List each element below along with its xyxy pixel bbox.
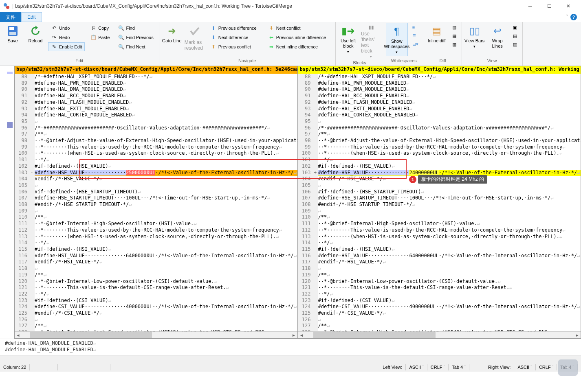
code-line[interactable]: 116#define·HSI_VALUE··············640000…: [15, 253, 297, 259]
code-line[interactable]: 107#define·HSE_STARTUP_TIMEOUT····100UL·…: [298, 195, 581, 201]
code-line[interactable]: 100··*········(when·HSE·is·used·as·syste…: [298, 150, 581, 157]
next-conflict-button[interactable]: ⬇Next conflict: [265, 24, 333, 33]
undo-button[interactable]: ↶Undo: [48, 24, 85, 33]
enable-edit-button[interactable]: ✎Enable Edit: [48, 42, 85, 51]
inline-diff-button[interactable]: ▤Inline diff: [426, 23, 448, 45]
code-line[interactable]: 119/**↵: [298, 272, 581, 278]
view-bars-button[interactable]: ▯▯View Bars▾: [464, 23, 486, 50]
code-line[interactable]: 128··*·@brief·Internal·High·Speed·oscill…: [15, 329, 297, 331]
prev-diff-button[interactable]: ⬆Previous difference: [207, 24, 263, 33]
code-line[interactable]: 108#endif·/*·HSE_STARTUP_TIMEOUT·*/↵: [298, 201, 581, 208]
code-line[interactable]: 94#define·HAL_CORTEX_MODULE_ENABLED↵: [298, 112, 581, 118]
code-line[interactable]: 104#endif·/*·HSE_VALUE·*/↵: [15, 176, 297, 182]
wrap-lines-button[interactable]: ↩Wrap Lines: [486, 23, 508, 50]
use-theirs-button[interactable]: ▮▮Use 'theirs' text block▾: [360, 23, 382, 60]
find-button[interactable]: 🔍Find: [115, 24, 156, 33]
left-tab[interactable]: Tab 4 ˇ: [452, 365, 466, 370]
code-line[interactable]: 95↵: [298, 118, 581, 125]
left-encoding[interactable]: ASCII ˇ: [409, 365, 423, 370]
code-line[interactable]: 122··*/↵: [15, 291, 297, 298]
save-button[interactable]: Save: [2, 23, 24, 45]
code-line[interactable]: 92#define·HAL_FLASH_MODULE_ENABLED↵: [298, 99, 581, 106]
right-scrollbar[interactable]: ◄►: [298, 331, 581, 338]
code-line[interactable]: 114··*/↵: [298, 240, 581, 246]
code-line[interactable]: 102#if·!defined··(HSE_VALUE)↵: [15, 163, 297, 170]
code-line[interactable]: 128··*·@brief·Internal·High·Speed·oscill…: [298, 329, 581, 331]
code-line[interactable]: 110/**↵: [298, 214, 581, 221]
code-line[interactable]: 124#define·CSI_VALUE··············400000…: [298, 304, 581, 310]
goto-line-button[interactable]: ➜Goto Line: [161, 23, 183, 45]
code-line[interactable]: 100··*········(when·HSE·is·used·as·syste…: [15, 150, 297, 157]
code-line[interactable]: 122··*/↵: [298, 291, 581, 298]
code-line[interactable]: 127/**↵: [298, 323, 581, 329]
code-line[interactable]: 88/*·#define·HAL_XSPI_MODULE_ENABLED···*…: [298, 74, 581, 80]
code-line[interactable]: 117#endif·/*·HSI_VALUE·*/↵: [298, 259, 581, 265]
code-line[interactable]: 121··*········This·value·is·the·default·…: [15, 285, 297, 291]
code-line[interactable]: 123#if·!defined··(CSI_VALUE)↵: [15, 298, 297, 304]
find-previous-button[interactable]: 🔍Find Previous: [115, 33, 156, 42]
code-line[interactable]: 96/*·########################·Oscillator…: [298, 125, 581, 131]
next-inline-button[interactable]: ➡Next inline difference: [265, 42, 333, 51]
prev-conflict-button[interactable]: ⬆Previous conflict: [207, 42, 263, 51]
code-line[interactable]: 113··*········(when·HSI·is·used·as·syste…: [15, 234, 297, 240]
chat-bubble-icon[interactable]: [558, 359, 578, 376]
left-eol[interactable]: CRLF ˇ: [431, 365, 445, 370]
code-line[interactable]: 107#define·HSE_STARTUP_TIMEOUT····100UL·…: [15, 195, 297, 201]
code-line[interactable]: 117#endif·/*·HSI_VALUE·*/↵: [15, 259, 297, 265]
locator-bar[interactable]: [0, 66, 14, 339]
code-line[interactable]: 91#define·HAL_RCC_MODULE_ENABLED↵: [15, 93, 297, 99]
left-code[interactable]: 88/*·#define·HAL_XSPI_MODULE_ENABLED···*…: [15, 74, 297, 331]
code-line[interactable]: 90#define·HAL_DMA_MODULE_ENABLED↵: [15, 86, 297, 93]
view-opt3-icon[interactable]: ▥: [510, 41, 520, 48]
code-line[interactable]: 126↵: [15, 317, 297, 323]
view-opt1-icon[interactable]: ▣: [510, 24, 520, 31]
code-line[interactable]: 88/*·#define·HAL_XSPI_MODULE_ENABLED···*…: [15, 74, 297, 80]
code-line[interactable]: 101··*/↵: [15, 157, 297, 163]
code-line[interactable]: 113··*········(when·HSI·is·used·as·syste…: [298, 234, 581, 240]
next-diff-button[interactable]: ⬇Next difference: [207, 33, 263, 42]
copy-button[interactable]: ⎘Copy: [87, 24, 112, 33]
code-line[interactable]: 114··*/↵: [15, 240, 297, 246]
code-line[interactable]: 115#if·!defined··(HSI_VALUE)↵: [298, 246, 581, 253]
code-line[interactable]: 98··*·@brief·Adjust·the·value·of·Externa…: [298, 138, 581, 144]
right-encoding[interactable]: ASCII ˇ: [517, 365, 532, 370]
code-line[interactable]: 103-#define·HSE_VALUE··············25000…: [15, 170, 297, 176]
code-line[interactable]: 90#define·HAL_DMA_MODULE_ENABLED↵: [298, 86, 581, 93]
view-opt2-icon[interactable]: ▤: [510, 32, 520, 40]
left-scrollbar[interactable]: ◄►: [15, 331, 297, 338]
code-line[interactable]: 111··*·@brief·Internal·High·Speed·oscill…: [15, 221, 297, 227]
use-left-block-button[interactable]: ▮➜Use left block▾: [337, 23, 359, 55]
minimize-button[interactable]: ─: [521, 0, 539, 12]
ws-opt2-icon[interactable]: ≣: [409, 32, 421, 39]
close-button[interactable]: ✕: [559, 0, 578, 12]
mark-resolved-button[interactable]: Mark as resolved: [184, 23, 206, 53]
right-code[interactable]: 88/*·#define·HAL_XSPI_MODULE_ENABLED···*…: [298, 74, 581, 331]
code-line[interactable]: 124#define·CSI_VALUE··············400000…: [15, 304, 297, 310]
code-line[interactable]: 110/**↵: [15, 214, 297, 221]
code-line[interactable]: 119/**↵: [15, 272, 297, 278]
code-line[interactable]: 93#define·HAL_EXTI_MODULE_ENABLED↵: [15, 106, 297, 112]
diff-opt3-icon[interactable]: ▧: [449, 41, 459, 48]
reload-button[interactable]: Reload: [24, 23, 46, 45]
code-line[interactable]: 93#define·HAL_EXTI_MODULE_ENABLED↵: [298, 106, 581, 112]
code-line[interactable]: 112··*········This·value·is·used·by·the·…: [15, 227, 297, 234]
code-line[interactable]: 125#endif·/*·CSI_VALUE·*/↵: [298, 310, 581, 317]
show-whitespaces-button[interactable]: ¶Show Whitespaces▾: [386, 23, 408, 56]
code-line[interactable]: 97/**↵: [298, 131, 581, 138]
prev-inline-button[interactable]: ⬅Previous inline difference: [265, 33, 333, 42]
code-line[interactable]: 94#define·HAL_CORTEX_MODULE_ENABLED↵: [15, 112, 297, 118]
code-line[interactable]: 112··*········This·value·is·used·by·the·…: [298, 227, 581, 234]
code-line[interactable]: 91#define·HAL_RCC_MODULE_ENABLED↵: [298, 93, 581, 99]
code-line[interactable]: 101··*/↵: [298, 157, 581, 163]
diff-opt2-icon[interactable]: ▦: [449, 32, 459, 40]
maximize-button[interactable]: ☐: [540, 0, 559, 12]
code-line[interactable]: 92#define·HAL_FLASH_MODULE_ENABLED↵: [15, 99, 297, 106]
code-line[interactable]: 98··*·@brief·Adjust·the·value·of·Externa…: [15, 138, 297, 144]
code-line[interactable]: 102#if·!defined··(HSE_VALUE)↵: [298, 163, 581, 170]
find-next-button[interactable]: 🔍Find Next: [115, 42, 156, 51]
code-line[interactable]: 121··*········This·value·is·the·default·…: [298, 285, 581, 291]
redo-button[interactable]: ↷Redo: [48, 33, 85, 42]
help-icon[interactable]: ?: [570, 14, 577, 20]
code-line[interactable]: 115#if·!defined··(HSI_VALUE)↵: [15, 246, 297, 253]
right-eol[interactable]: CRLF ˇ: [539, 365, 553, 370]
